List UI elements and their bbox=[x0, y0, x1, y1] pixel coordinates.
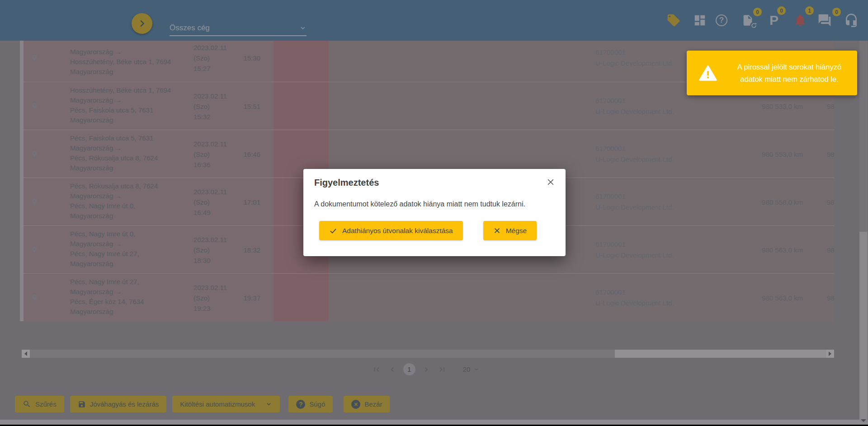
company-cell: 61700001 U-Logic Development Ltd. bbox=[595, 287, 713, 309]
next-odometer-cell: 98 bbox=[827, 102, 834, 110]
close-icon bbox=[546, 178, 555, 187]
location-pin-icon[interactable] bbox=[31, 53, 38, 62]
next-odometer-cell: 98 bbox=[827, 198, 834, 206]
next-page-button[interactable] bbox=[421, 365, 431, 375]
table-row[interactable]: Pécs, Nagy Imre út 27, Magyarország → Pé… bbox=[24, 273, 834, 321]
company-cell: 61700001 U-Logic Development Ltd. bbox=[595, 95, 713, 117]
route-cell: Pécs, Rókusalja utca 8, 7624 Magyarorszá… bbox=[70, 181, 199, 221]
vertical-scrollbar-track[interactable] bbox=[859, 232, 868, 422]
support-headset-icon[interactable] bbox=[844, 13, 859, 28]
check-icon bbox=[329, 227, 337, 235]
arrival-time-cell: 19:37 bbox=[206, 294, 260, 301]
arrival-time-cell: 15:30 bbox=[206, 54, 260, 62]
close-icon bbox=[493, 227, 501, 234]
next-odometer-cell: 98 bbox=[827, 246, 834, 253]
last-page-button[interactable] bbox=[437, 365, 447, 375]
header-icon-bar: ? P 0 0 1 0 bbox=[0, 0, 868, 41]
odometer-cell: 980 558,0 km bbox=[702, 198, 803, 206]
scroll-right-button[interactable] bbox=[826, 350, 834, 358]
location-pin-icon[interactable] bbox=[31, 150, 38, 159]
route-cell: Hosszúhetény, Béke utca 1, 7694 Magyaror… bbox=[70, 85, 199, 125]
next-odometer-cell: 98 bbox=[827, 294, 834, 301]
cancel-button[interactable]: Mégse bbox=[483, 221, 537, 240]
question-circle-icon: ? bbox=[296, 400, 305, 409]
company-cell: 61700001 U-Logic Development Ltd. bbox=[595, 143, 713, 165]
close-button[interactable]: × Bezár bbox=[344, 396, 390, 412]
table-left-edge bbox=[20, 41, 24, 321]
horizontal-scrollbar[interactable] bbox=[22, 350, 834, 358]
dialog-actions: Adathiányos útvonalak kiválasztása Mégse bbox=[319, 221, 555, 240]
odometer-cell: 980 533,0 km bbox=[702, 102, 803, 110]
close-circle-icon: × bbox=[351, 400, 360, 409]
odometer-cell: 980 553,0 km bbox=[702, 150, 803, 158]
route-cell: Pécs, Nagy Imre út 0, Magyarország → Péc… bbox=[70, 229, 199, 269]
warning-toast[interactable]: A pirossal jelölt sorokat hiányzó adatok… bbox=[687, 51, 857, 95]
previous-page-button[interactable] bbox=[387, 365, 397, 375]
first-page-button[interactable] bbox=[372, 365, 382, 375]
notifications-icon[interactable] bbox=[793, 13, 808, 28]
approve-and-close-button[interactable]: Jóváhagyás és lezárás bbox=[70, 396, 167, 412]
missing-data-column bbox=[274, 274, 329, 321]
dialog-title: Figyelmeztetés bbox=[314, 178, 555, 188]
bottom-strip bbox=[0, 420, 868, 425]
chat-badge: 0 bbox=[832, 8, 841, 16]
location-pin-icon[interactable] bbox=[31, 197, 38, 206]
toast-message: A pirossal jelölt sorokat hiányzó adatok… bbox=[726, 61, 853, 85]
current-page-indicator[interactable]: 1 bbox=[403, 363, 415, 375]
arrival-time-cell: 16:46 bbox=[206, 150, 260, 158]
next-odometer-cell: 98 bbox=[827, 150, 834, 158]
location-pin-icon[interactable] bbox=[31, 245, 38, 254]
dialog-close-button[interactable] bbox=[545, 176, 557, 188]
arrival-time-cell: 17:01 bbox=[206, 198, 260, 206]
save-icon bbox=[78, 400, 86, 408]
missing-data-column bbox=[274, 41, 329, 82]
help-button[interactable]: ? Súgó bbox=[288, 396, 333, 412]
chevron-down-icon bbox=[473, 366, 479, 372]
location-pin-icon[interactable] bbox=[31, 293, 38, 302]
search-icon bbox=[23, 400, 31, 408]
odometer-cell: 980 563,0 km bbox=[702, 294, 803, 301]
document-sync-badge: 0 bbox=[753, 8, 762, 16]
route-cell: Pécs, Nagy Imre út 27, Magyarország → Pé… bbox=[70, 277, 199, 317]
bottom-toolbar: Szűrés Jóváhagyás és lezárás Kitöltési a… bbox=[15, 396, 390, 412]
parking-badge: 0 bbox=[777, 6, 786, 15]
triangle-right-icon bbox=[829, 351, 831, 356]
chat-icon[interactable] bbox=[817, 13, 832, 28]
company-cell: 61700001 U-Logic Development Ltd. bbox=[595, 191, 713, 213]
page-size-value: 20 bbox=[463, 365, 471, 373]
warning-triangle-icon bbox=[698, 64, 718, 83]
document-sync-icon[interactable] bbox=[741, 13, 756, 28]
arrival-time-cell: 18:32 bbox=[206, 246, 260, 253]
pagination: 1 20 bbox=[0, 363, 868, 375]
horizontal-scrollbar-thumb[interactable] bbox=[30, 350, 615, 358]
app-header: Összes cég ? P bbox=[0, 0, 868, 41]
company-cell: 61700001 U-Logic Development Ltd. bbox=[595, 239, 713, 261]
odometer-cell: 980 563,0 km bbox=[702, 246, 803, 253]
triangle-left-icon bbox=[24, 351, 27, 356]
autofill-menu-button[interactable]: Kitöltési automatizmusok bbox=[172, 396, 280, 412]
scroll-left-button[interactable] bbox=[22, 350, 30, 358]
arrival-time-cell: 15:51 bbox=[206, 102, 260, 110]
missing-data-column bbox=[274, 82, 329, 130]
vertical-scrollbar-thumb[interactable] bbox=[859, 41, 868, 232]
parking-icon[interactable]: P bbox=[766, 13, 782, 28]
notifications-badge: 1 bbox=[805, 6, 814, 15]
help-icon[interactable]: ? bbox=[714, 13, 729, 28]
warning-dialog: Figyelmeztetés A dokumentumot kötelező a… bbox=[303, 169, 566, 256]
dashboard-icon[interactable] bbox=[692, 13, 708, 28]
page-size-select[interactable]: 20 bbox=[463, 365, 480, 373]
filter-button[interactable]: Szűrés bbox=[15, 396, 64, 412]
route-cell: Magyarország → Hosszúhetény, Béke utca 1… bbox=[70, 41, 199, 77]
chevron-down-icon bbox=[265, 401, 272, 407]
route-cell: Pécs, Faiskola utca 5, 7631 Magyarország… bbox=[70, 133, 199, 173]
tag-icon[interactable] bbox=[666, 13, 681, 28]
location-pin-icon[interactable] bbox=[31, 102, 38, 111]
triangle-down-icon bbox=[861, 419, 866, 422]
dialog-message: A dokumentumot kötelező adatok hiánya mi… bbox=[314, 200, 555, 208]
select-incomplete-routes-button[interactable]: Adathiányos útvonalak kiválasztása bbox=[319, 221, 463, 240]
scroll-down-button[interactable] bbox=[859, 417, 868, 425]
